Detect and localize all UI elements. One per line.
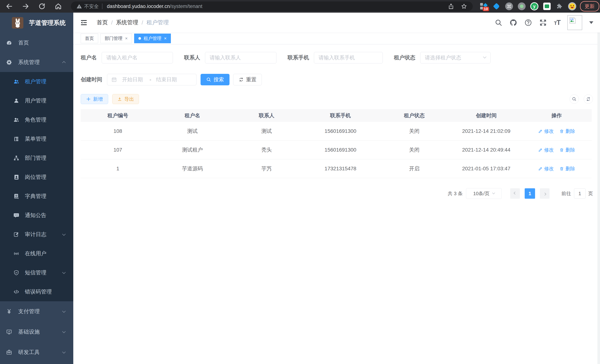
- sidebar-item-home[interactable]: 首页: [0, 33, 73, 53]
- omnibox-divider: [102, 3, 103, 9]
- fullscreen-icon[interactable]: [539, 19, 547, 27]
- cell-tenant-name: 测试: [155, 128, 230, 135]
- delete-link[interactable]: 删除: [559, 166, 575, 172]
- github-icon[interactable]: [509, 19, 517, 27]
- status-select[interactable]: 请选择租户状态: [420, 52, 490, 64]
- contact-label: 联系人: [184, 54, 200, 61]
- dot-extension-icon[interactable]: [518, 2, 526, 10]
- column-header: 联系人: [230, 112, 303, 119]
- date-end-placeholder[interactable]: 结束日期: [156, 76, 177, 83]
- refresh-icon: [239, 77, 244, 82]
- extensions-row: 10 y: [480, 2, 576, 10]
- sidebar-item-role[interactable]: 角色管理: [0, 110, 73, 129]
- tenant-users-icon: [13, 79, 19, 84]
- table-row: 108 测试 测试 15601691300 关闭 2021-12-14 21:0…: [81, 122, 592, 141]
- export-button[interactable]: 导出: [112, 94, 139, 104]
- date-range-picker[interactable]: 开始日期 - 结束日期: [107, 74, 197, 85]
- chevron-down-icon: [483, 55, 486, 58]
- breadcrumb-separator: /: [141, 19, 143, 26]
- sidebar-item-system[interactable]: 系统管理: [0, 53, 73, 72]
- delete-link-label: 删除: [565, 166, 575, 172]
- sidebar-item-devtool[interactable]: 研发工具: [0, 342, 73, 363]
- star-icon[interactable]: [461, 3, 467, 9]
- sidebar-item-dept[interactable]: 部门管理: [0, 149, 73, 168]
- post-badge-icon: [13, 174, 19, 180]
- table-row: 1 芋道源码 芋艿 17321315478 开启 2021-01-05 17:0…: [81, 159, 592, 178]
- share-icon[interactable]: [448, 3, 454, 9]
- y-extension-icon[interactable]: y: [530, 2, 538, 10]
- next-page-button[interactable]: [540, 188, 550, 199]
- delete-link[interactable]: 删除: [559, 147, 575, 153]
- sidebar-item-post[interactable]: 岗位管理: [0, 168, 73, 187]
- page-number-button[interactable]: 1: [525, 188, 535, 199]
- contact-input[interactable]: [205, 52, 276, 64]
- reload-icon[interactable]: [38, 3, 46, 10]
- notice-chat-icon: [13, 212, 19, 218]
- page-scrollbar[interactable]: [597, 13, 600, 364]
- sidebar-item-dict[interactable]: 字典管理: [0, 187, 73, 206]
- caret-down-icon[interactable]: [589, 21, 593, 24]
- home-icon[interactable]: [55, 3, 62, 10]
- search-icon[interactable]: [495, 19, 502, 27]
- search-button[interactable]: 搜索: [201, 74, 229, 85]
- forward-icon[interactable]: [22, 3, 29, 10]
- sidebar-item-sms[interactable]: 短信管理: [0, 263, 73, 282]
- font-size-icon[interactable]: TT: [554, 19, 560, 27]
- close-icon[interactable]: ×: [164, 36, 167, 41]
- page-size-select[interactable]: 10条/页: [466, 188, 502, 199]
- goto-page-input[interactable]: [574, 188, 586, 199]
- sidebar: 芋道管理系统 首页 系统管理 租户管理: [0, 13, 73, 364]
- app-title: 芋道管理系统: [29, 19, 66, 27]
- url-text[interactable]: dashboard.yudao.iocoder.cn/system/tenant: [107, 3, 441, 9]
- chat-extension-icon[interactable]: [543, 2, 551, 10]
- profile-avatar-icon[interactable]: [568, 2, 576, 10]
- sidebar-logo[interactable]: 芋道管理系统: [0, 13, 73, 33]
- tenant-name-input[interactable]: [102, 52, 173, 64]
- top-header: 首页 / 系统管理 / 租户管理 TT: [73, 13, 600, 32]
- add-button[interactable]: 新增: [81, 94, 108, 104]
- sidebar-item-label: 支付管理: [18, 308, 40, 315]
- plus-icon: [86, 97, 91, 102]
- reset-button[interactable]: 重置: [233, 74, 262, 85]
- back-icon[interactable]: [6, 3, 13, 10]
- show-search-toggle-button[interactable]: [570, 94, 579, 104]
- sidebar-item-online-user[interactable]: 在线用户: [0, 244, 73, 263]
- puzzle-extension-icon[interactable]: [555, 2, 564, 10]
- date-start-placeholder[interactable]: 开始日期: [122, 76, 143, 83]
- sidebar-item-audit-log[interactable]: 审计日志: [0, 225, 73, 244]
- prev-page-button[interactable]: [510, 188, 520, 199]
- sidebar-item-label: 角色管理: [25, 116, 46, 123]
- update-button[interactable]: 更新: [580, 1, 599, 11]
- page-size-value: 10条/页: [473, 190, 489, 197]
- sidebar-item-menu[interactable]: 菜单管理: [0, 129, 73, 149]
- cell-tenant-name: 测试租户: [155, 146, 230, 153]
- kite-extension-icon[interactable]: [492, 2, 501, 10]
- refresh-table-button[interactable]: [584, 94, 593, 104]
- sidebar-item-pay[interactable]: 支付管理: [0, 301, 73, 322]
- tab-label: 首页: [85, 36, 94, 41]
- sidebar-item-tenant[interactable]: 租户管理: [0, 72, 73, 91]
- sidebar-item-infra[interactable]: 基础设施: [0, 322, 73, 342]
- command-extension-icon[interactable]: [505, 2, 513, 10]
- tab-dept[interactable]: 部门管理 ×: [100, 34, 132, 43]
- fold-sidebar-icon[interactable]: [80, 19, 88, 27]
- breadcrumb-home[interactable]: 首页: [97, 19, 108, 26]
- phone-input[interactable]: [314, 52, 383, 64]
- close-icon[interactable]: ×: [125, 36, 128, 41]
- sidebar-item-user[interactable]: 用户管理: [0, 91, 73, 110]
- breadcrumb-system[interactable]: 系统管理: [116, 19, 138, 26]
- extension-badged-icon[interactable]: 10: [480, 2, 488, 10]
- avatar[interactable]: [567, 15, 582, 30]
- help-icon[interactable]: [524, 19, 532, 27]
- edit-link[interactable]: 修改: [538, 128, 554, 134]
- edit-link[interactable]: 修改: [538, 147, 554, 153]
- tab-tenant[interactable]: 租户管理 ×: [134, 34, 171, 43]
- sidebar-item-notice[interactable]: 通知公告: [0, 206, 73, 225]
- tab-home[interactable]: 首页: [81, 34, 98, 43]
- pagination: 共 3 条 10条/页 1 前往 页: [81, 188, 593, 199]
- edit-link[interactable]: 修改: [538, 166, 554, 172]
- delete-link[interactable]: 删除: [559, 128, 575, 134]
- sidebar-item-error-code[interactable]: 错误码管理: [0, 282, 73, 301]
- security-label[interactable]: 不安全: [84, 3, 99, 10]
- address-bar[interactable]: 不安全 dashboard.yudao.iocoder.cn/system/te…: [71, 1, 473, 11]
